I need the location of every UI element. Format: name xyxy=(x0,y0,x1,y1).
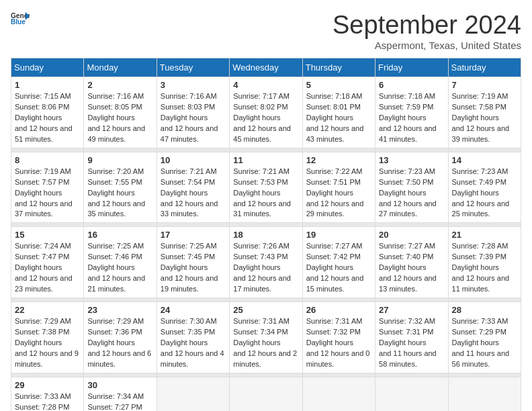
week-row-2: 8 Sunrise: 7:19 AM Sunset: 7:57 PM Dayli… xyxy=(11,152,521,223)
day-cell-8: 8 Sunrise: 7:19 AM Sunset: 7:57 PM Dayli… xyxy=(11,152,84,223)
logo: General Blue xyxy=(11,11,30,26)
day-cell-20: 20 Sunrise: 7:27 AM Sunset: 7:40 PM Dayl… xyxy=(375,227,448,298)
location-subtitle: Aspermont, Texas, United States xyxy=(332,40,521,51)
header-thursday: Thursday xyxy=(302,58,375,77)
day-info: Sunrise: 7:33 AM Sunset: 7:29 PM Dayligh… xyxy=(452,316,517,370)
day-info: Sunrise: 7:23 AM Sunset: 7:49 PM Dayligh… xyxy=(452,167,517,220)
day-number: 29 xyxy=(15,380,80,390)
header-friday: Friday xyxy=(375,58,448,77)
day-number: 2 xyxy=(87,80,152,90)
week-row-3: 15 Sunrise: 7:24 AM Sunset: 7:47 PM Dayl… xyxy=(11,227,521,298)
day-info: Sunrise: 7:29 AM Sunset: 7:38 PM Dayligh… xyxy=(15,316,80,370)
day-cell-26: 26 Sunrise: 7:31 AM Sunset: 7:32 PM Dayl… xyxy=(302,302,375,373)
day-number: 20 xyxy=(379,230,444,240)
empty-cell xyxy=(230,377,302,411)
day-cell-5: 5 Sunrise: 7:18 AM Sunset: 8:01 PM Dayli… xyxy=(302,77,375,148)
day-info: Sunrise: 7:16 AM Sunset: 8:05 PM Dayligh… xyxy=(87,91,152,145)
day-cell-22: 22 Sunrise: 7:29 AM Sunset: 7:38 PM Dayl… xyxy=(11,302,84,373)
header-saturday: Saturday xyxy=(448,58,521,77)
day-number: 11 xyxy=(233,155,298,165)
title-block: September 2024 Aspermont, Texas, United … xyxy=(332,11,521,51)
day-info: Sunrise: 7:31 AM Sunset: 7:32 PM Dayligh… xyxy=(306,316,371,370)
header-wednesday: Wednesday xyxy=(230,58,302,77)
day-number: 3 xyxy=(161,80,226,90)
day-number: 14 xyxy=(452,155,517,165)
day-cell-24: 24 Sunrise: 7:30 AM Sunset: 7:35 PM Dayl… xyxy=(157,302,229,373)
header-monday: Monday xyxy=(84,58,157,77)
day-cell-11: 11 Sunrise: 7:21 AM Sunset: 7:53 PM Dayl… xyxy=(230,152,302,223)
day-info: Sunrise: 7:28 AM Sunset: 7:39 PM Dayligh… xyxy=(452,241,517,295)
svg-text:Blue: Blue xyxy=(11,18,26,26)
day-info: Sunrise: 7:18 AM Sunset: 8:01 PM Dayligh… xyxy=(306,91,371,145)
day-info: Sunrise: 7:19 AM Sunset: 7:58 PM Dayligh… xyxy=(452,91,517,145)
day-number: 18 xyxy=(233,230,298,240)
day-number: 24 xyxy=(161,305,226,315)
day-cell-19: 19 Sunrise: 7:27 AM Sunset: 7:42 PM Dayl… xyxy=(302,227,375,298)
calendar-table: Sunday Monday Tuesday Wednesday Thursday… xyxy=(11,58,521,411)
day-number: 10 xyxy=(161,155,226,165)
header-sunday: Sunday xyxy=(11,58,84,77)
empty-cell xyxy=(302,377,375,411)
month-title: September 2024 xyxy=(332,11,521,40)
day-cell-10: 10 Sunrise: 7:21 AM Sunset: 7:54 PM Dayl… xyxy=(157,152,229,223)
week-row-1: 1 Sunrise: 7:15 AM Sunset: 8:06 PM Dayli… xyxy=(11,77,521,148)
weekday-header-row: Sunday Monday Tuesday Wednesday Thursday… xyxy=(11,58,521,77)
empty-cell xyxy=(157,377,229,411)
day-info: Sunrise: 7:31 AM Sunset: 7:34 PM Dayligh… xyxy=(233,316,298,370)
day-number: 23 xyxy=(87,305,152,315)
day-info: Sunrise: 7:25 AM Sunset: 7:45 PM Dayligh… xyxy=(161,241,226,295)
day-number: 17 xyxy=(161,230,226,240)
day-number: 1 xyxy=(15,80,80,90)
day-cell-3: 3 Sunrise: 7:16 AM Sunset: 8:03 PM Dayli… xyxy=(157,77,229,148)
day-info: Sunrise: 7:30 AM Sunset: 7:35 PM Dayligh… xyxy=(161,316,226,370)
day-info: Sunrise: 7:29 AM Sunset: 7:36 PM Dayligh… xyxy=(87,316,152,370)
day-info: Sunrise: 7:18 AM Sunset: 7:59 PM Dayligh… xyxy=(379,91,444,145)
day-info: Sunrise: 7:21 AM Sunset: 7:53 PM Dayligh… xyxy=(233,167,298,220)
day-cell-30: 30 Sunrise: 7:34 AM Sunset: 7:27 PM Dayl… xyxy=(84,377,157,411)
day-number: 19 xyxy=(306,230,371,240)
day-info: Sunrise: 7:25 AM Sunset: 7:46 PM Dayligh… xyxy=(87,241,152,295)
day-cell-13: 13 Sunrise: 7:23 AM Sunset: 7:50 PM Dayl… xyxy=(375,152,448,223)
day-cell-27: 27 Sunrise: 7:32 AM Sunset: 7:31 PM Dayl… xyxy=(375,302,448,373)
day-cell-15: 15 Sunrise: 7:24 AM Sunset: 7:47 PM Dayl… xyxy=(11,227,84,298)
day-number: 30 xyxy=(87,380,152,390)
day-number: 12 xyxy=(306,155,371,165)
day-number: 15 xyxy=(15,230,80,240)
day-number: 4 xyxy=(233,80,298,90)
day-info: Sunrise: 7:23 AM Sunset: 7:50 PM Dayligh… xyxy=(379,167,444,220)
day-cell-6: 6 Sunrise: 7:18 AM Sunset: 7:59 PM Dayli… xyxy=(375,77,448,148)
day-info: Sunrise: 7:21 AM Sunset: 7:54 PM Dayligh… xyxy=(161,167,226,220)
empty-cell xyxy=(448,377,521,411)
day-cell-23: 23 Sunrise: 7:29 AM Sunset: 7:36 PM Dayl… xyxy=(84,302,157,373)
day-number: 9 xyxy=(87,155,152,165)
day-info: Sunrise: 7:20 AM Sunset: 7:55 PM Dayligh… xyxy=(87,167,152,220)
day-info: Sunrise: 7:22 AM Sunset: 7:51 PM Dayligh… xyxy=(306,167,371,220)
day-number: 21 xyxy=(452,230,517,240)
header-tuesday: Tuesday xyxy=(157,58,229,77)
day-number: 22 xyxy=(15,305,80,315)
day-info: Sunrise: 7:27 AM Sunset: 7:40 PM Dayligh… xyxy=(379,241,444,295)
week-row-4: 22 Sunrise: 7:29 AM Sunset: 7:38 PM Dayl… xyxy=(11,302,521,373)
day-cell-14: 14 Sunrise: 7:23 AM Sunset: 7:49 PM Dayl… xyxy=(448,152,521,223)
day-cell-17: 17 Sunrise: 7:25 AM Sunset: 7:45 PM Dayl… xyxy=(157,227,229,298)
empty-cell xyxy=(375,377,448,411)
day-cell-7: 7 Sunrise: 7:19 AM Sunset: 7:58 PM Dayli… xyxy=(448,77,521,148)
day-cell-9: 9 Sunrise: 7:20 AM Sunset: 7:55 PM Dayli… xyxy=(84,152,157,223)
day-cell-25: 25 Sunrise: 7:31 AM Sunset: 7:34 PM Dayl… xyxy=(230,302,302,373)
day-number: 5 xyxy=(306,80,371,90)
day-info: Sunrise: 7:33 AM Sunset: 7:28 PM Dayligh… xyxy=(15,392,80,411)
day-info: Sunrise: 7:34 AM Sunset: 7:27 PM Dayligh… xyxy=(87,392,152,411)
day-info: Sunrise: 7:32 AM Sunset: 7:31 PM Dayligh… xyxy=(379,316,444,370)
day-info: Sunrise: 7:27 AM Sunset: 7:42 PM Dayligh… xyxy=(306,241,371,295)
day-number: 28 xyxy=(452,305,517,315)
day-number: 26 xyxy=(306,305,371,315)
day-cell-21: 21 Sunrise: 7:28 AM Sunset: 7:39 PM Dayl… xyxy=(448,227,521,298)
day-cell-4: 4 Sunrise: 7:17 AM Sunset: 8:02 PM Dayli… xyxy=(230,77,302,148)
day-number: 6 xyxy=(379,80,444,90)
page-header: General Blue September 2024 Aspermont, T… xyxy=(11,11,521,51)
day-info: Sunrise: 7:24 AM Sunset: 7:47 PM Dayligh… xyxy=(15,241,80,295)
day-info: Sunrise: 7:15 AM Sunset: 8:06 PM Dayligh… xyxy=(15,91,80,145)
day-number: 27 xyxy=(379,305,444,315)
day-cell-2: 2 Sunrise: 7:16 AM Sunset: 8:05 PM Dayli… xyxy=(84,77,157,148)
day-info: Sunrise: 7:17 AM Sunset: 8:02 PM Dayligh… xyxy=(233,91,298,145)
